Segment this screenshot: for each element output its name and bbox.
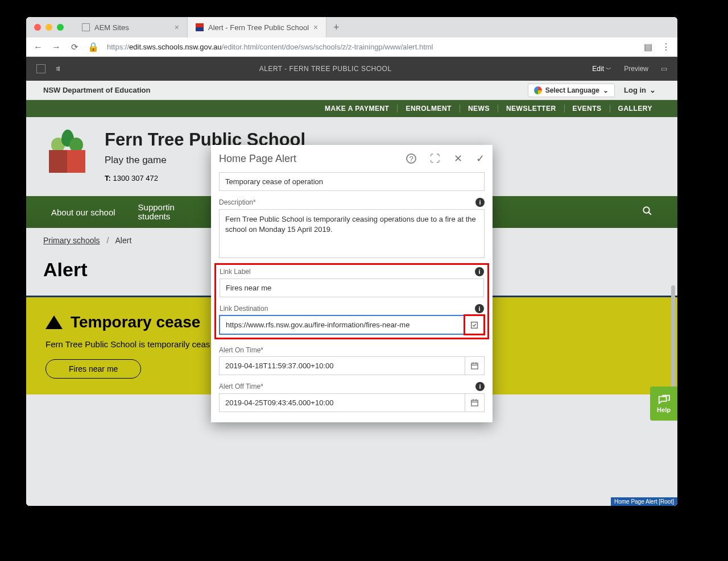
school-logo [46, 130, 89, 173]
close-icon[interactable]: ✕ [454, 152, 462, 165]
zoom-window[interactable] [57, 24, 64, 31]
component-root-label: Home Page Alert [Root] [611, 497, 677, 506]
url-field[interactable]: https://edit.sws.schools.nsw.gov.au/edit… [107, 43, 636, 51]
svg-rect-2 [471, 322, 477, 328]
department-bar: NSW Department of Education Select Langu… [26, 81, 677, 100]
tab-label: AEM Sites [94, 23, 129, 32]
info-icon[interactable]: i [475, 382, 485, 391]
edit-mode-select[interactable]: Edit ﹀ [592, 65, 611, 73]
link-label-field[interactable] [220, 279, 484, 297]
browser-tab[interactable]: AEM Sites × [74, 17, 188, 38]
alert-on-label: Alert On Time* [219, 346, 263, 354]
lock-icon: 🔒 [88, 41, 99, 52]
forward-button[interactable]: → [51, 42, 61, 52]
aem-page-title: ALERT - FERN TREE PUBLIC SCHOOL [59, 65, 592, 73]
util-link[interactable]: NEWSLETTER [498, 105, 565, 113]
chevron-down-icon: ⌄ [603, 86, 609, 94]
chevron-down-icon: ﹀ [606, 66, 611, 72]
link-destination-field[interactable] [220, 315, 465, 334]
util-link[interactable]: GALLERY [610, 105, 660, 113]
aem-toolbar: ≡⁞ ALERT - FERN TREE PUBLIC SCHOOL Edit … [26, 57, 677, 81]
browser-tab[interactable]: Alert - Fern Tree Public School × [188, 17, 326, 38]
util-link[interactable]: EVENTS [565, 105, 610, 113]
alert-on-field[interactable] [219, 356, 465, 375]
minimize-window[interactable] [46, 24, 52, 31]
browser-tabs: AEM Sites × Alert - Fern Tree Public Sch… [74, 17, 677, 38]
description-field[interactable]: Fern Tree Public School is temporarily c… [219, 209, 485, 258]
menu-icon[interactable]: ⋮ [661, 41, 671, 52]
util-link[interactable]: MAKE A PAYMENT [317, 105, 398, 113]
google-icon [534, 86, 542, 94]
home-page-alert-dialog: Home Page Alert ? ⛶ ✕ ✓ Description*i Fe… [211, 145, 493, 422]
address-bar: ← → ⟳ 🔒 https://edit.sws.schools.nsw.gov… [26, 38, 677, 57]
info-icon[interactable]: i [475, 198, 485, 207]
language-select[interactable]: Select Language ⌄ [528, 84, 615, 97]
warning-icon [46, 315, 63, 329]
dialog-header: Home Page Alert ? ⛶ ✕ ✓ [211, 145, 493, 172]
scrollbar[interactable] [671, 285, 675, 388]
highlighted-link-group: Link Labeli Link Destinationi [214, 263, 489, 339]
title-field[interactable] [219, 172, 485, 191]
crumb-current: Alert [115, 236, 132, 245]
alert-link-button[interactable]: Fires near me [46, 359, 141, 379]
svg-rect-3 [471, 363, 478, 369]
login-button[interactable]: Log in ⌄ [619, 86, 660, 94]
page-icon [196, 23, 204, 31]
utility-nav: MAKE A PAYMENT ENROLMENT NEWS NEWSLETTER… [26, 100, 677, 117]
chevron-down-icon: ⌄ [650, 86, 656, 94]
titlebar: AEM Sites × Alert - Fern Tree Public Sch… [26, 17, 677, 38]
alert-off-label: Alert Off Time* [219, 383, 263, 390]
side-panel-icon[interactable] [36, 64, 46, 73]
link-destination-label: Link Destination [220, 305, 268, 313]
window-controls [34, 24, 64, 31]
tab-label: Alert - Fern Tree Public School [208, 23, 309, 32]
svg-point-0 [643, 207, 650, 213]
department-label: NSW Department of Education [43, 86, 151, 94]
close-window[interactable] [34, 24, 41, 31]
util-link[interactable]: ENROLMENT [398, 105, 460, 113]
profile-icon[interactable]: ▤ [644, 41, 652, 52]
page-icon [82, 23, 90, 31]
nav-supporting[interactable]: Supportin students [138, 203, 175, 222]
close-tab-icon[interactable]: × [175, 23, 179, 32]
dialog-title: Home Page Alert [219, 153, 296, 165]
reload-button[interactable]: ⟳ [69, 42, 80, 52]
search-icon[interactable] [642, 206, 652, 219]
help-icon[interactable]: ? [406, 153, 416, 164]
alert-off-field[interactable] [219, 393, 465, 412]
description-label: Description* [219, 198, 256, 206]
calendar-icon[interactable] [465, 356, 485, 375]
crumb-root[interactable]: Primary schools [43, 236, 100, 245]
close-tab-icon[interactable]: × [313, 23, 318, 32]
browser-window: AEM Sites × Alert - Fern Tree Public Sch… [26, 17, 677, 506]
link-label-label: Link Label [220, 268, 251, 276]
svg-rect-7 [471, 400, 478, 406]
annotate-icon[interactable]: ▭ [661, 65, 667, 73]
info-icon[interactable]: i [475, 267, 484, 276]
help-widget[interactable]: Help [650, 387, 677, 421]
info-icon[interactable]: i [475, 304, 484, 313]
done-icon[interactable]: ✓ [476, 152, 485, 165]
fullscreen-icon[interactable]: ⛶ [430, 153, 440, 165]
svg-line-1 [648, 212, 651, 215]
open-picker-button[interactable] [465, 315, 484, 334]
calendar-icon[interactable] [465, 393, 485, 412]
new-tab-button[interactable]: + [326, 17, 346, 38]
preview-button[interactable]: Preview [624, 65, 648, 73]
util-link[interactable]: NEWS [460, 105, 498, 113]
back-button[interactable]: ← [33, 42, 43, 52]
nav-about[interactable]: About our school [51, 207, 115, 217]
